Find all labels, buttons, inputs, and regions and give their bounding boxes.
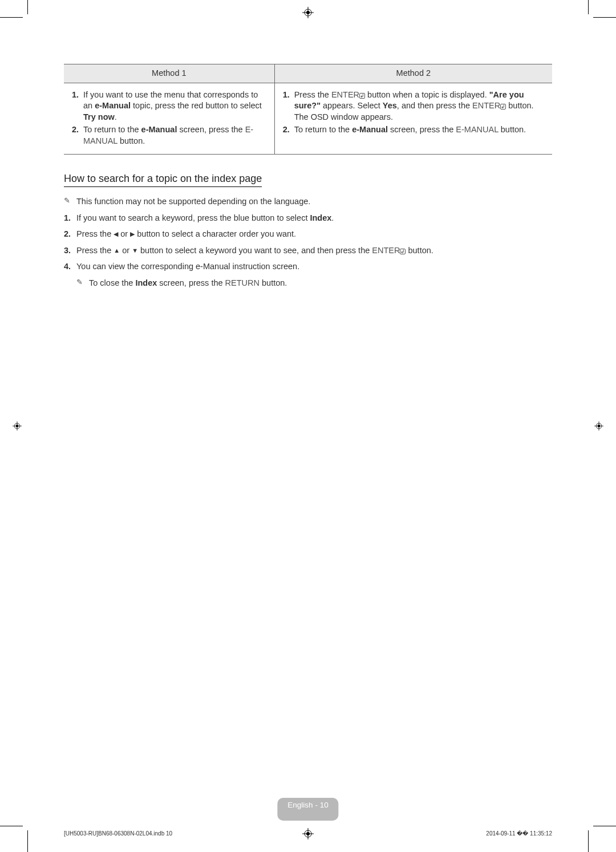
step-number: 1.: [64, 212, 76, 224]
registration-mark-icon: [302, 828, 314, 839]
crop-mark: [588, 0, 589, 14]
method2-header: Method 2: [274, 64, 552, 83]
body-list: ✎ This function may not be supported dep…: [64, 195, 552, 289]
down-arrow-icon: ▼: [132, 247, 138, 254]
step-text: To return to the e-Manual screen, press …: [294, 124, 544, 136]
step-text: If you want to use the menu that corresp…: [83, 90, 266, 123]
registration-mark-icon: [13, 421, 22, 431]
crop-mark: [27, 830, 28, 852]
registration-mark-icon: [594, 421, 603, 431]
enter-icon: [400, 249, 406, 254]
footer-left: [UH5003-RU]BN68-06308N-02L04.indb 10: [64, 830, 172, 837]
crop-mark: [593, 17, 616, 18]
step-number: 3.: [64, 244, 76, 257]
step-number: 4.: [64, 260, 76, 273]
page-number-badge: English - 10: [277, 798, 338, 821]
enter-icon: [500, 104, 506, 109]
crop-mark: [0, 17, 23, 18]
section-heading: How to search for a topic on the index p…: [64, 173, 262, 187]
method1-cell: 1. If you want to use the menu that corr…: [64, 83, 274, 155]
method1-header: Method 1: [64, 64, 274, 83]
methods-table: Method 1 Method 2 1. If you want to use …: [64, 64, 552, 155]
sub-note-text: To close the Index screen, press the RET…: [89, 277, 552, 289]
crop-mark: [0, 826, 23, 826]
footer-right: 2014-09-11 �� 11:35:12: [486, 830, 552, 837]
crop-mark: [588, 830, 589, 852]
note-text: This function may not be supported depen…: [76, 195, 552, 208]
step-text: Press the ▲ or ▼ button to select a keyw…: [76, 244, 552, 257]
step-number: 1.: [283, 90, 294, 123]
crop-mark: [593, 826, 616, 826]
step-number: 2.: [283, 124, 294, 136]
method2-cell: 1. Press the ENTER button when a topic i…: [274, 83, 552, 155]
step-text: If you want to search a keyword, press t…: [76, 212, 552, 224]
step-text: Press the ◀ or ▶ button to select a char…: [76, 228, 552, 240]
step-number: 2.: [72, 124, 83, 147]
step-text: You can view the corresponding e-Manual …: [76, 260, 552, 273]
up-arrow-icon: ▲: [114, 247, 120, 254]
page-content: Method 1 Method 2 1. If you want to use …: [64, 64, 552, 289]
step-number: 2.: [64, 228, 76, 240]
note-icon: ✎: [64, 195, 76, 208]
step-text: Press the ENTER button when a topic is d…: [294, 90, 544, 123]
step-number: 1.: [72, 90, 83, 123]
registration-mark-icon: [302, 7, 314, 18]
enter-icon: [359, 93, 365, 99]
step-text: To return to the e-Manual screen, press …: [83, 124, 266, 147]
note-icon: ✎: [76, 277, 89, 289]
crop-mark: [27, 0, 28, 14]
